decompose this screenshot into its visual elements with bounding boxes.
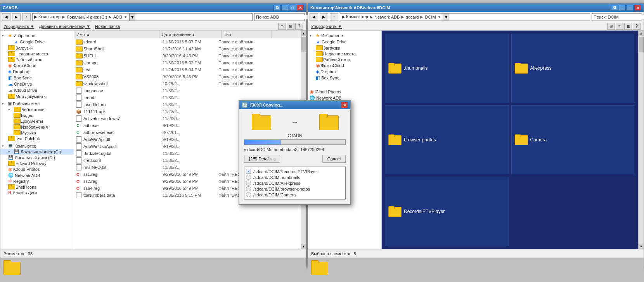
copy-dialog-item-1[interactable]: ✓ /sdcard/DCIM/RecordsIPTVPlayer: [246, 169, 344, 174]
sidebar-item-googledrive[interactable]: ▲ Google Drive: [0, 39, 74, 45]
col-date[interactable]: Дата изменения: [159, 31, 222, 38]
table-row[interactable]: windowsshell 10/25/2... Папка с файлами: [74, 80, 301, 87]
right-sidebar-boxsync[interactable]: ◧ Box Sync: [308, 75, 381, 81]
sidebar-item-shellicons[interactable]: Shell Icons: [0, 184, 74, 190]
sidebar-item-documents[interactable]: Документы: [0, 118, 74, 124]
sidebar-item-yandex[interactable]: Я Яндекс.Диск: [0, 190, 74, 195]
radio-2[interactable]: [246, 175, 251, 180]
sidebar-item-onedrive[interactable]: ☁ OneDrive: [0, 81, 74, 87]
sidebar-item-icloudphotos[interactable]: ◉ iCloud Photos: [0, 166, 74, 172]
sidebar-item-ivanpalchuk[interactable]: Ivan Palchuk: [0, 136, 74, 141]
right-sidebar-recent[interactable]: Недавние места: [308, 51, 381, 57]
right-menu-organize[interactable]: Упорядочить ▼: [311, 24, 342, 29]
right-search-box[interactable]: 🔍: [592, 13, 642, 21]
sidebar-item-images[interactable]: Изображения: [0, 124, 74, 130]
right-search-input[interactable]: [592, 15, 644, 19]
right-sidebar-iphoto[interactable]: ◉ Фото iCloud: [308, 62, 381, 69]
right-view-icons[interactable]: ⊞: [607, 23, 615, 30]
right-sidebar-desktop[interactable]: Рабочий стол: [308, 57, 381, 62]
left-minimize-btn[interactable]: ─: [281, 5, 288, 11]
sidebar-item-iclophotos[interactable]: ◉ Фото iCloud: [0, 62, 74, 69]
sidebar-item-video[interactable]: Видео: [0, 112, 74, 118]
right-view-list[interactable]: ≡: [616, 23, 623, 30]
table-row[interactable]: test 11/24/2016 5:04 PM Папка с файлами: [74, 66, 301, 73]
table-row[interactable]: SHELL 9/29/2016 4:43 PM Папка с файлами: [74, 52, 301, 59]
right-address-dropdown[interactable]: ▼: [443, 14, 449, 21]
left-view-list[interactable]: ≡: [278, 23, 286, 30]
right-help-btn[interactable]: ?: [633, 23, 641, 30]
sidebar-favorites-header[interactable]: ▾ ★ Избранное: [0, 32, 74, 39]
left-view-detail[interactable]: ⊞: [287, 23, 294, 30]
left-search-box[interactable]: 🔍: [254, 13, 305, 21]
sidebar-desktop-header[interactable]: ▾ ▣ Рабочий стол: [0, 101, 74, 107]
right-back-btn[interactable]: ◀: [310, 13, 318, 21]
right-address-bar[interactable]: ▶ Компьютер ▶ Network ADB ▶ sdcard ▶ DCI…: [340, 13, 590, 21]
right-sidebar-googledrive[interactable]: ▲ Google Drive: [308, 39, 381, 45]
table-row[interactable]: SharpShell 11/2/2016 11:42 AM Папка с фа…: [74, 45, 301, 52]
left-search-input[interactable]: [254, 15, 311, 19]
right-panel-item-recordsiptv[interactable]: RecordsIPTVPlayer: [385, 177, 509, 246]
sidebar-item-networkadb[interactable]: 🌐 Network ADB: [0, 172, 74, 178]
left-up-btn[interactable]: ↑: [22, 13, 31, 21]
radio-3[interactable]: [246, 181, 251, 186]
right-panel-item-browserphotos[interactable]: browser-photos: [385, 105, 509, 175]
table-row[interactable]: .bugsense 11/30/2...: [74, 87, 301, 94]
copy-dialog-item-5[interactable]: /sdcard/DCIM/Camera: [246, 192, 344, 198]
left-scroll-thumb[interactable]: [301, 37, 306, 52]
table-row[interactable]: VS2008 9/20/2016 5:46 PM Папка с файлами: [74, 73, 301, 80]
sidebar-item-registry[interactable]: ⚙ Registry: [0, 178, 74, 184]
copy-dialog-cancel-btn[interactable]: Cancel: [322, 155, 346, 163]
left-menu-addlib[interactable]: Добавить в библиотеку ▼: [39, 24, 90, 29]
left-menu-organize[interactable]: Упорядочить ▼: [3, 24, 34, 29]
right-panel-item-thumbnails[interactable]: .thumbnails: [385, 34, 509, 103]
right-panel-item-aliexpress[interactable]: Aliexpress: [511, 34, 635, 103]
sidebar-item-dropbox[interactable]: ◈ Dropbox: [0, 69, 74, 75]
sidebar-item-downloads[interactable]: Загрузки: [0, 45, 74, 51]
table-row[interactable]: sdcard 11/30/2016 5:07 PM Папка с файлам…: [74, 38, 301, 45]
left-close-btn[interactable]: ✕: [297, 5, 304, 11]
copy-dialog-item-4[interactable]: /sdcard/DCIM/browser-photos: [246, 186, 344, 192]
right-close-btn[interactable]: ✕: [634, 5, 641, 11]
right-up-btn[interactable]: ↑: [330, 13, 338, 21]
right-maximize-btn[interactable]: □: [627, 5, 634, 11]
right-sidebar-favorites-header[interactable]: ▾ ★ Избранное: [308, 32, 381, 39]
radio-4[interactable]: [246, 186, 251, 191]
right-view-detail[interactable]: ▦: [624, 23, 632, 30]
copy-dialog-details-btn[interactable]: [2/5] Details...: [244, 155, 280, 163]
right-panel-item-camera[interactable]: Camera: [511, 105, 635, 175]
left-restore-btn[interactable]: ⧉: [274, 5, 280, 11]
right-scroll-down[interactable]: ▼: [639, 244, 644, 249]
right-vscroll[interactable]: ▲ ▼: [638, 31, 644, 249]
col-name[interactable]: Имя ▲: [74, 31, 159, 38]
sidebar-item-desktop[interactable]: Рабочий стол: [0, 57, 74, 62]
sidebar-item-libraries[interactable]: ▾ Библиотеки: [0, 107, 74, 112]
sidebar-item-mydocs[interactable]: Мои документы: [0, 93, 74, 99]
right-restore-btn[interactable]: ⧉: [611, 5, 618, 11]
left-maximize-btn[interactable]: □: [289, 5, 296, 11]
col-type[interactable]: Тип: [222, 31, 272, 38]
left-forward-btn[interactable]: ▶: [12, 13, 21, 21]
sidebar-item-recent[interactable]: Недавние места: [0, 51, 74, 57]
right-sidebar-dropbox[interactable]: ◈ Dropbox: [308, 69, 381, 75]
checkbox-1[interactable]: ✓: [246, 169, 251, 174]
right-sidebar-downloads[interactable]: Загрузки: [308, 45, 381, 51]
left-address-dropdown[interactable]: ▼: [129, 14, 135, 21]
sidebar-item-ddrive[interactable]: 💾 Локальный диск (D:): [0, 155, 74, 160]
sidebar-item-cdrive[interactable]: ▾ 💾 Локальный диск (C:): [0, 149, 74, 155]
left-scroll-down[interactable]: ▼: [301, 244, 306, 249]
right-minimize-btn[interactable]: ─: [619, 5, 626, 11]
sidebar-item-boxsync[interactable]: ◧ Box Sync: [0, 75, 74, 81]
sidebar-item-edward[interactable]: Edward Polovoy: [0, 160, 74, 166]
copy-dialog-item-3[interactable]: /sdcard/DCIM/Aliexpress: [246, 180, 344, 186]
left-address-bar[interactable]: ▶ Компьютер ▶ Локальный диск (C:) ▶ ADB …: [32, 13, 253, 21]
copy-dialog-close-btn[interactable]: ✕: [341, 102, 348, 108]
left-back-btn[interactable]: ◀: [2, 13, 10, 21]
right-forward-btn[interactable]: ▶: [320, 13, 328, 21]
right-sidebar-icloudphotos[interactable]: ◉ iCloud Photos: [308, 89, 381, 95]
table-row[interactable]: storage 11/30/2016 5:02 PM Папка с файла…: [74, 59, 301, 66]
left-help-btn[interactable]: ?: [295, 23, 303, 30]
right-scroll-track[interactable]: [639, 36, 644, 244]
sidebar-item-iclouddrive[interactable]: ☁ iCloud Drive: [0, 87, 74, 93]
copy-dialog-item-2[interactable]: /sdcard/DCIMthumbnails: [246, 174, 344, 180]
sidebar-item-music[interactable]: Музыка: [0, 130, 74, 136]
